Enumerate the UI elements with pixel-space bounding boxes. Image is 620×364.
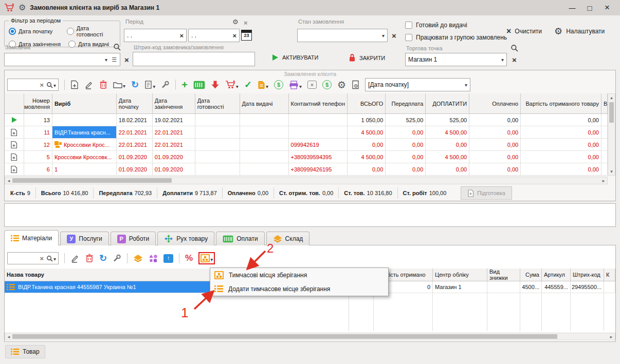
tab-materials[interactable]: Матеріали xyxy=(4,230,59,245)
materials-hscroll-thumb[interactable] xyxy=(12,334,557,339)
minimize-button[interactable]: — xyxy=(563,4,581,12)
edit-material-icon[interactable] xyxy=(70,254,80,263)
materials-search-icon[interactable]: ▾ xyxy=(46,255,56,262)
radio-date-issue[interactable] xyxy=(68,41,76,48)
col-header-date-issue[interactable]: Дата видачі xyxy=(240,93,289,113)
col-header-prepay[interactable]: Передплата xyxy=(386,93,426,113)
customer-select[interactable]: ▾ ☰ xyxy=(4,53,120,66)
tab-services[interactable]: У Послуги xyxy=(60,232,108,245)
add-order-icon[interactable] xyxy=(70,80,79,89)
group-checkbox[interactable] xyxy=(405,34,412,41)
orders-vscrollbar[interactable]: ▴ ▾ xyxy=(608,93,615,176)
order-row[interactable]: 6 1 01.09.2020 01.09.2020 +380999426195 … xyxy=(5,163,608,176)
group-checkbox-row[interactable]: Працювати з групою замовлень xyxy=(405,34,507,41)
orders-search-box[interactable]: × ▾ xyxy=(7,79,59,91)
ready-checkbox[interactable] xyxy=(405,22,412,29)
preparation-button[interactable]: Підготовка xyxy=(461,186,512,200)
layers-icon[interactable] xyxy=(133,254,143,262)
report-icon[interactable]: ▾ xyxy=(144,80,155,89)
order-note-box[interactable] xyxy=(4,203,616,227)
customer-search-icon[interactable] xyxy=(113,43,121,51)
barcode-field[interactable] xyxy=(133,52,255,66)
tab-movement[interactable]: Рух товару xyxy=(157,232,214,245)
document-settings-icon[interactable]: ⚙ xyxy=(352,80,359,89)
calendar-icon[interactable]: 23 xyxy=(241,30,252,41)
upload-icon[interactable]: ↑ xyxy=(163,254,173,263)
orange-document-icon[interactable]: ▾ xyxy=(258,81,268,89)
hscroll-thumb[interactable] xyxy=(12,178,172,183)
cart-action-icon[interactable]: ▾ xyxy=(225,80,239,89)
edit-icon[interactable] xyxy=(84,80,94,89)
discount-percent-icon[interactable]: % xyxy=(185,253,193,263)
date-to-field[interactable]: . . × xyxy=(188,29,240,42)
tab-payments[interactable]: Оплати xyxy=(216,232,264,245)
order-row[interactable]: 5 Кроссовки Кроссовк... 01.09.2020 01.09… xyxy=(5,151,608,163)
cancel-box-icon[interactable]: × xyxy=(307,81,317,89)
activate-button[interactable]: АКТИВУВАТИ xyxy=(271,54,318,61)
col-header-sku[interactable]: Артикул xyxy=(542,269,571,281)
scroll-right-icon[interactable]: ▸ xyxy=(600,177,607,184)
period-clear-icon[interactable]: × xyxy=(244,19,248,27)
vscroll-thumb[interactable] xyxy=(609,102,614,123)
sort-select[interactable]: [Дата початку] ▾ xyxy=(365,78,470,91)
delete-icon[interactable] xyxy=(99,80,107,89)
tab-works[interactable]: Р Роботи xyxy=(111,232,156,245)
currency-circle-icon[interactable]: $ xyxy=(322,80,332,89)
barcode-input[interactable] xyxy=(135,55,252,63)
scroll-left-icon[interactable]: ◂ xyxy=(5,333,12,340)
gears-icon[interactable]: ⚙ xyxy=(337,80,346,90)
orders-search-clear-icon[interactable]: × xyxy=(40,81,44,89)
customer-clear-icon[interactable]: × xyxy=(124,55,129,64)
payments-barcode-icon[interactable] xyxy=(193,81,205,89)
shapes-icon[interactable] xyxy=(149,254,158,262)
col-header-icon[interactable] xyxy=(5,93,24,113)
date-from-clear-icon[interactable]: × xyxy=(179,32,184,40)
trade-point-clear-icon[interactable]: × xyxy=(512,55,517,64)
radio-date-start[interactable] xyxy=(9,28,16,35)
menu-item-add-storage[interactable]: Додати тимчасове місце зберігання xyxy=(210,282,388,296)
tools-icon[interactable] xyxy=(161,81,170,89)
order-row[interactable]: 11 ВІДР.Тканина красн... 22.01.2021 22.0… xyxy=(5,126,608,139)
date-to-clear-icon[interactable]: × xyxy=(232,32,236,40)
scroll-down-icon[interactable]: ▾ xyxy=(608,168,615,175)
add-item-icon[interactable]: + xyxy=(181,79,188,91)
money-refresh-icon[interactable]: $ xyxy=(274,80,283,89)
col-header-date-start[interactable]: Дата початку xyxy=(117,93,153,113)
orders-search-input[interactable] xyxy=(10,81,37,88)
col-header-topay[interactable]: ДОПЛАТИТИ xyxy=(426,93,469,113)
tovar-button[interactable]: Товар xyxy=(5,345,45,358)
col-header-product[interactable]: Виріб xyxy=(52,93,117,113)
maximize-button[interactable]: □ xyxy=(581,4,598,12)
materials-search-input[interactable] xyxy=(10,255,37,262)
col-header-cut[interactable]: В xyxy=(601,93,608,113)
order-state-select[interactable]: ▾ xyxy=(297,29,388,42)
trade-point-select[interactable]: Магазин 1 ▾ xyxy=(405,53,507,66)
storage-places-button[interactable]: ▾ xyxy=(198,252,215,264)
material-tools-icon[interactable] xyxy=(113,254,121,263)
clear-button[interactable]: × Очистити xyxy=(506,27,542,36)
download-arrow-icon[interactable] xyxy=(211,80,220,89)
order-row[interactable]: 13 18.02.2021 19.02.2021 1 050,00 525,00… xyxy=(5,114,608,126)
col-header-total[interactable]: ВСЬОГО xyxy=(348,93,386,113)
cell-product-selected[interactable]: ВІДР.Тканина красн... xyxy=(52,126,117,138)
period-gear-icon[interactable]: ⚙ xyxy=(232,18,239,25)
materials-search-clear-icon[interactable]: × xyxy=(40,255,44,262)
col-header-date-ready[interactable]: Дата готовності xyxy=(195,93,240,113)
col-header-received[interactable]: Вартість отриманого товару xyxy=(521,93,601,113)
radio-date-ready[interactable] xyxy=(67,28,74,35)
col-header-discount[interactable]: Вид знижки xyxy=(487,269,520,281)
materials-search-box[interactable]: × ▾ xyxy=(7,252,59,264)
col-header-center[interactable]: Центр обліку xyxy=(433,269,487,281)
customer-list-icon[interactable]: ☰ xyxy=(112,56,117,63)
col-header-barcode[interactable]: Штрих-код xyxy=(571,269,604,281)
orders-hscrollbar[interactable]: ◂ ▸ xyxy=(5,177,608,184)
menu-item-storage-places[interactable]: Тимчасові місця зберігання xyxy=(210,268,388,282)
date-from-field[interactable]: . . × xyxy=(124,29,187,42)
refresh-icon[interactable]: ↻ xyxy=(131,79,139,90)
close-order-button[interactable]: ЗАКРИТИ xyxy=(349,53,385,62)
col-header-cut[interactable]: К xyxy=(604,269,615,281)
col-header-num[interactable]: Номер замовлення xyxy=(24,93,52,113)
trade-point-search-icon[interactable] xyxy=(510,44,518,52)
close-button[interactable]: × xyxy=(598,3,616,13)
print-icon[interactable]: ▾ xyxy=(289,81,302,89)
